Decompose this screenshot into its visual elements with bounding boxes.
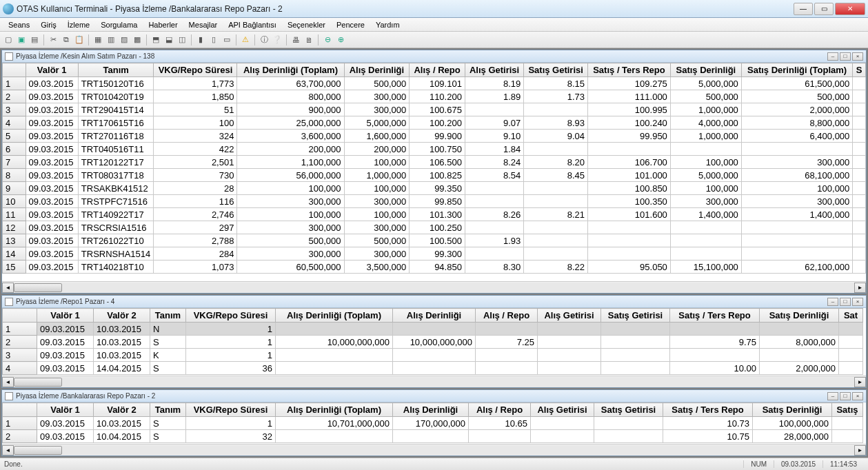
cell[interactable]: TRT270116T18 <box>78 130 154 143</box>
table-row[interactable]: 1409.03.2015TRSRNSHA1514284300,000300,00… <box>3 247 866 260</box>
cell[interactable]: TRT150120T16 <box>78 77 154 90</box>
cell[interactable]: 100.350 <box>588 195 671 208</box>
child-titlebar[interactable]: Piyasa İzleme /Repo1 Pazarı - 4 – □ × <box>2 296 866 308</box>
cell[interactable] <box>538 336 601 349</box>
cell[interactable]: 10.00 <box>670 362 760 375</box>
table-row[interactable]: 1109.03.2015TRT140922T172,746100,000100,… <box>3 208 866 221</box>
col-header[interactable]: Tanım <box>150 403 186 417</box>
cell[interactable] <box>760 349 839 362</box>
cell[interactable] <box>276 430 393 443</box>
cell[interactable]: 111.000 <box>588 90 671 103</box>
cell[interactable]: 110.200 <box>410 90 465 103</box>
cell[interactable]: 500,000 <box>344 77 410 90</box>
tb-tile2-icon[interactable]: ▯ <box>208 34 219 45</box>
cell[interactable]: 300,000 <box>344 90 410 103</box>
cell[interactable] <box>741 143 852 156</box>
cell[interactable] <box>524 195 588 208</box>
table-row[interactable]: 1209.03.2015TRSCRSIA1516297300,000300,00… <box>3 221 866 234</box>
cell[interactable]: 09.03.2015 <box>26 195 78 208</box>
cell[interactable] <box>853 208 866 221</box>
cell[interactable] <box>465 182 523 195</box>
cell[interactable] <box>524 182 588 195</box>
menu-pencere[interactable]: Pencere <box>331 19 370 30</box>
cell[interactable]: K <box>150 349 186 362</box>
cell[interactable] <box>469 430 531 443</box>
table-row[interactable]: 109.03.201510.03.2015S110,701,000,000170… <box>3 417 863 430</box>
cell[interactable]: 9 <box>3 182 26 195</box>
cell[interactable]: 99.300 <box>410 247 465 260</box>
cell[interactable]: 300,000 <box>741 156 852 169</box>
cell[interactable] <box>476 349 538 362</box>
scroll-right-icon[interactable]: ► <box>854 283 866 293</box>
grid3[interactable]: Valör 1Valör 2TanımVKG/Repo SüresiAlış D… <box>2 402 866 444</box>
cell[interactable] <box>465 221 523 234</box>
scroll-thumb[interactable] <box>14 378 62 387</box>
col-header[interactable]: Tanım <box>150 309 186 323</box>
cell[interactable]: 3 <box>3 349 37 362</box>
tb-tile3-icon[interactable]: ▭ <box>221 34 232 45</box>
cell[interactable]: 09.03.2015 <box>37 336 94 349</box>
cell[interactable]: TRT290415T14 <box>78 103 154 116</box>
cell[interactable]: 5,000,000 <box>670 77 741 90</box>
tb-open-icon[interactable]: ▣ <box>16 34 27 45</box>
cell[interactable]: 2,788 <box>154 234 237 247</box>
cell[interactable]: 7 <box>3 156 26 169</box>
cell[interactable]: 94.850 <box>410 260 465 274</box>
cell[interactable]: 8.45 <box>524 169 588 182</box>
child-minimize-button[interactable]: – <box>827 298 838 306</box>
cell[interactable]: 1 <box>186 417 276 430</box>
scroll-right-icon[interactable]: ► <box>854 377 866 387</box>
cell[interactable] <box>601 336 670 349</box>
cell[interactable]: 28,000,000 <box>753 430 832 443</box>
cell[interactable]: 10.75 <box>663 430 753 443</box>
cell[interactable]: 300,000 <box>344 247 410 260</box>
cell[interactable] <box>853 103 866 116</box>
cell[interactable]: 10.65 <box>469 417 531 430</box>
col-header[interactable]: Alış Derinliği (Toplam) <box>276 309 393 323</box>
cell[interactable]: TRSTPFC71516 <box>78 195 154 208</box>
grid1[interactable]: Valör 1TanımVKG/Repo SüresiAlış Derinliğ… <box>2 63 866 281</box>
cell[interactable] <box>853 247 866 260</box>
close-button[interactable]: ✕ <box>835 3 865 15</box>
col-header[interactable]: Alış / Repo <box>410 63 465 77</box>
cell[interactable]: 2 <box>3 430 37 443</box>
cell[interactable]: 4 <box>3 362 37 375</box>
cell[interactable]: 9.75 <box>670 336 760 349</box>
cell[interactable]: 3 <box>3 103 26 116</box>
cell[interactable]: 8,800,000 <box>741 116 852 130</box>
tb-help-icon[interactable]: ❔ <box>272 34 283 45</box>
col-header[interactable]: Valör 2 <box>94 403 150 417</box>
child-minimize-button[interactable]: – <box>827 392 838 400</box>
cell[interactable]: 3,600,000 <box>237 130 344 143</box>
cell[interactable] <box>531 417 594 430</box>
col-header[interactable]: Satış Getirisi <box>524 63 588 77</box>
cell[interactable] <box>393 430 469 443</box>
cell[interactable]: 2,746 <box>154 208 237 221</box>
menu-yardim[interactable]: Yardım <box>370 19 405 30</box>
cell[interactable]: 09.03.2015 <box>37 362 94 375</box>
tb-info-icon[interactable]: ⓘ <box>259 34 270 45</box>
cell[interactable] <box>538 323 601 336</box>
cell[interactable] <box>853 234 866 247</box>
col-header[interactable]: Satış Derinliği <box>753 403 832 417</box>
col-header[interactable]: Satış Derinliği (Toplam) <box>741 63 852 77</box>
scroll-left-icon[interactable]: ◄ <box>2 283 14 293</box>
cell[interactable]: 10.03.2015 <box>94 349 150 362</box>
cell[interactable]: 2,000,000 <box>760 362 839 375</box>
cell[interactable]: 09.03.2015 <box>26 221 78 234</box>
cell[interactable] <box>524 234 588 247</box>
cell[interactable]: 100,000 <box>670 156 741 169</box>
hscrollbar[interactable]: ◄ ► <box>2 376 866 387</box>
cell[interactable] <box>524 221 588 234</box>
cell[interactable]: 60,500,000 <box>237 260 344 274</box>
cell[interactable]: 63,700,000 <box>237 77 344 90</box>
cell[interactable]: 11 <box>3 208 26 221</box>
col-header[interactable]: Satış / Ters Repo <box>588 63 671 77</box>
cell[interactable]: 100.850 <box>588 182 671 195</box>
cell[interactable]: 3,500,000 <box>344 260 410 274</box>
cell[interactable]: TRT140922T17 <box>78 208 154 221</box>
cell[interactable] <box>276 362 393 375</box>
tb-grid1-icon[interactable]: ▦ <box>92 34 103 45</box>
cell[interactable]: 09.03.2015 <box>26 169 78 182</box>
scroll-right-icon[interactable]: ► <box>854 445 866 456</box>
